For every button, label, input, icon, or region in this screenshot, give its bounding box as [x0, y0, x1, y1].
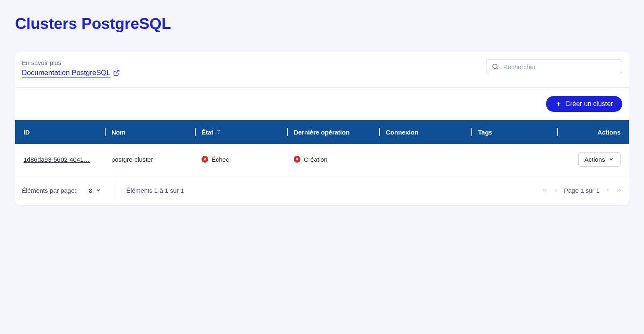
th-id[interactable]: ID: [20, 129, 108, 136]
per-page-label: Éléments par page:: [22, 187, 76, 194]
chevron-down-icon: [96, 187, 101, 193]
per-page-value: 8: [89, 187, 92, 194]
learn-more-section: En savoir plus Documentation PostgreSQL: [22, 59, 120, 77]
th-tags[interactable]: Tags: [475, 129, 561, 136]
plus-icon: [555, 101, 562, 107]
th-etat[interactable]: État: [198, 129, 290, 136]
chevron-down-icon: [608, 156, 614, 162]
prev-page-button[interactable]: [553, 187, 559, 193]
th-op[interactable]: Dernière opération: [290, 129, 383, 136]
cluster-status: Échec: [198, 156, 290, 163]
search-icon: [491, 63, 499, 70]
search-box[interactable]: [486, 59, 622, 74]
clusters-card: En savoir plus Documentation PostgreSQL: [15, 52, 629, 205]
sort-icon: [216, 129, 222, 135]
cluster-op-text: Création: [304, 156, 328, 163]
error-icon: [294, 156, 300, 163]
cluster-status-text: Échec: [212, 156, 229, 163]
page-info: Page 1 sur 1: [564, 187, 600, 194]
actions-label: Actions: [585, 156, 605, 163]
error-icon: [202, 156, 208, 163]
learn-more-label: En savoir plus: [22, 59, 120, 66]
th-nom[interactable]: Nom: [108, 129, 198, 136]
clusters-table: ID Nom État Dernière opération Connexion…: [15, 120, 629, 175]
create-cluster-button[interactable]: Créer un cluster: [546, 96, 622, 112]
cluster-op: Création: [290, 156, 383, 163]
cluster-id-link[interactable]: 1d86da93-5602-4041…: [20, 156, 108, 163]
search-input[interactable]: [503, 63, 617, 70]
page-title: Clusters PostgreSQL: [15, 15, 629, 33]
svg-line-2: [497, 68, 498, 69]
create-cluster-label: Créer un cluster: [565, 100, 613, 108]
row-actions-button[interactable]: Actions: [578, 152, 621, 167]
th-etat-label: État: [202, 129, 213, 136]
table-header: ID Nom État Dernière opération Connexion…: [15, 120, 629, 144]
last-page-button[interactable]: [616, 187, 622, 194]
documentation-link[interactable]: Documentation PostgreSQL: [22, 69, 120, 77]
doc-link-text: Documentation PostgreSQL: [22, 69, 111, 77]
cluster-name: postgre-cluster: [108, 156, 198, 163]
pagination: Éléments par page: 8 Éléments 1 à 1 sur …: [15, 175, 629, 205]
per-page-select[interactable]: 8: [89, 187, 101, 194]
first-page-button[interactable]: [541, 187, 548, 194]
table-row: 1d86da93-5602-4041… postgre-cluster Éche…: [15, 144, 629, 175]
next-page-button[interactable]: [605, 187, 610, 193]
svg-line-0: [116, 70, 119, 73]
pagination-range: Éléments 1 à 1 sur 1: [126, 187, 184, 194]
svg-point-1: [493, 64, 497, 69]
th-conn[interactable]: Connexion: [383, 129, 475, 136]
external-link-icon: [113, 70, 120, 76]
th-actions: Actions: [561, 129, 624, 136]
